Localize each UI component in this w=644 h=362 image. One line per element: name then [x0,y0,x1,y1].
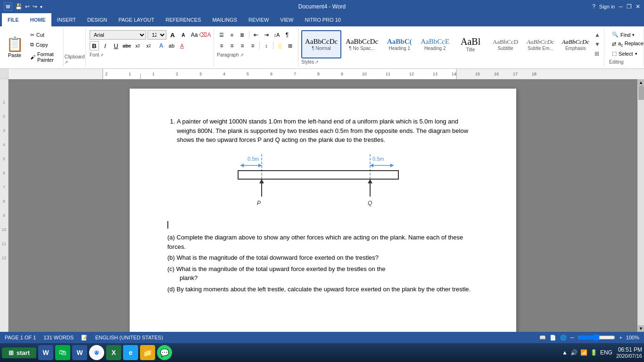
decrease-indent-button[interactable]: ⇤ [251,30,261,40]
shading-button[interactable]: ▒ [275,41,285,50]
restore-button[interactable]: ❐ [627,3,632,10]
multilevel-button[interactable]: ≣ [238,30,247,40]
style-title[interactable]: AaBl Title [454,30,487,58]
scroll-thumb[interactable] [638,86,644,100]
text-effects-button[interactable]: A [157,41,166,50]
taskbar-icon-files[interactable]: 📁 [140,345,155,360]
minimize-button[interactable]: ─ [619,3,623,10]
font-color-button[interactable]: A [177,41,187,50]
quick-redo-icon[interactable]: ↪ [33,3,37,10]
taskbar-clock[interactable]: 06:51 PM 2020/07/16 [616,346,642,359]
print-layout-icon[interactable]: 📄 [550,335,556,341]
tab-view[interactable]: VIEW [274,13,299,26]
align-right-button[interactable]: ≡ [238,41,247,50]
tab-design[interactable]: DESIGN [82,13,113,26]
tab-file[interactable]: FILE [2,13,25,26]
scroll-down-button[interactable]: ▼ [638,325,644,332]
sort-button[interactable]: ↕A [272,30,281,40]
justify-button[interactable]: ≡ [248,41,257,50]
style-emphasis[interactable]: AaBbCcDc Emphasis [559,30,593,58]
superscript-button[interactable]: x2 [144,41,153,50]
tray-speaker[interactable]: 🔊 [570,349,578,356]
style-heading1[interactable]: AaBbC( Heading 1 [382,30,416,58]
close-button[interactable]: ✕ [636,3,640,10]
document-scroll-area[interactable]: A painter of weight 1000N stands 1.0m fr… [8,79,637,332]
title-bar-left: W 💾 ↩ ↪ ▾ [4,2,42,11]
tab-page-layout[interactable]: PAGE LAYOUT [113,13,160,26]
line-spacing-button[interactable]: ↕ [262,41,271,50]
tab-references[interactable]: REFERENCES [160,13,206,26]
language-indicator[interactable]: ENGLISH (UNITED STATES) [95,335,163,340]
tray-battery[interactable]: 🔋 [590,349,597,356]
font-size-select[interactable]: 12 [148,30,166,40]
sign-in-link[interactable]: Sign in [599,4,615,9]
scroll-up-button[interactable]: ▲ [638,79,644,86]
format-painter-button[interactable]: 🖌 Format Painter [28,50,60,64]
italic-button[interactable]: I [100,41,110,50]
replace-button[interactable]: ⇄ ac Replace [609,39,639,49]
bold-button[interactable]: B [90,41,99,50]
taskbar-icon-whatsapp[interactable]: 💬 [157,345,172,360]
zoom-slider[interactable] [578,334,615,341]
borders-button[interactable]: ⊞ [286,41,295,50]
word-count[interactable]: 131 WORDS [43,335,74,340]
zoom-slider-plus[interactable]: + [619,335,622,340]
style-no-spacing[interactable]: AaBbCcDc ¶ No Spac... [342,30,381,58]
taskbar-icon-word[interactable]: W [38,345,53,360]
scroll-track[interactable] [638,86,644,325]
align-left-button[interactable]: ≡ [217,41,226,50]
taskbar-icon-word2[interactable]: W [72,345,87,360]
clear-format-button[interactable]: ⌫A [200,30,210,40]
tab-review[interactable]: REVIEW [243,13,274,26]
underline-button[interactable]: U [111,41,121,50]
align-center-button[interactable]: ≡ [227,41,237,50]
styles-expand[interactable]: ⊞ [594,49,601,58]
zoom-slider-minus[interactable]: ─ [570,335,574,340]
taskbar-icon-chrome[interactable] [89,345,104,360]
text-highlight-button[interactable]: ab [167,41,176,50]
select-button[interactable]: ⬚ Select ▾ [609,49,639,58]
change-case-button[interactable]: Aa [190,30,199,40]
show-marks-button[interactable]: ¶ [282,30,292,40]
tab-mailings[interactable]: MAILINGS [206,13,243,26]
tray-arrow[interactable]: ▲ [562,349,568,356]
vertical-scrollbar[interactable]: ▲ ▼ [637,79,644,332]
quick-save-icon[interactable]: 💾 [15,3,22,10]
cut-button[interactable]: ✂ Cut [28,31,60,39]
increase-indent-button[interactable]: ⇥ [262,30,271,40]
increase-font-button[interactable]: A [168,30,177,40]
help-button[interactable]: ? [592,3,595,10]
web-layout-icon[interactable]: 🌐 [560,335,567,341]
start-button[interactable]: ⊞ start [2,347,36,358]
tab-nitro[interactable]: NITRO PRO 10 [299,13,346,26]
language-display[interactable]: ENG [600,349,612,356]
style-normal[interactable]: AaBbCcDc ¶ Normal [301,30,341,58]
strikethrough-button[interactable]: abc [122,41,132,50]
numbering-button[interactable]: ≡ [227,30,237,40]
tray-network[interactable]: 📶 [580,349,587,356]
copy-button[interactable]: ⧉ Copy [28,41,60,49]
zoom-level[interactable]: 100% [626,335,639,340]
document-content[interactable]: A painter of weight 1000N stands 1.0m fr… [167,117,479,294]
decrease-font-button[interactable]: A [179,30,188,40]
subscript-button[interactable]: x2 [133,41,142,50]
taskbar-icon-ie[interactable]: e [123,345,138,360]
taskbar-icon-store[interactable]: 🛍 [55,345,70,360]
proofing-icon[interactable]: 📝 [81,335,88,341]
bullets-button[interactable]: ☰ [217,30,226,40]
read-mode-icon[interactable]: 📖 [539,335,546,341]
font-family-select[interactable]: Arial [90,30,146,40]
quick-undo-icon[interactable]: ↩ [25,3,30,10]
customize-icon[interactable]: ▾ [40,4,42,9]
find-button[interactable]: 🔍 Find ▾ [609,30,639,39]
style-heading2[interactable]: AaBbCcE Heading 2 [417,30,453,58]
styles-scroll-up[interactable]: ▲ [594,31,601,39]
page-indicator[interactable]: PAGE 1 OF 1 [5,335,36,340]
tab-insert[interactable]: INSERT [51,13,82,26]
taskbar-icon-excel[interactable]: X [106,345,121,360]
styles-scroll-down[interactable]: ▼ [594,40,601,49]
style-subtle-emphasis[interactable]: AaBbCcDc Subtle Em... [523,30,557,58]
tab-home[interactable]: HOME [25,13,51,26]
style-subtitle[interactable]: AaBbCcD Subtitle [488,30,522,58]
paste-button[interactable]: 📋 Paste [3,30,26,65]
